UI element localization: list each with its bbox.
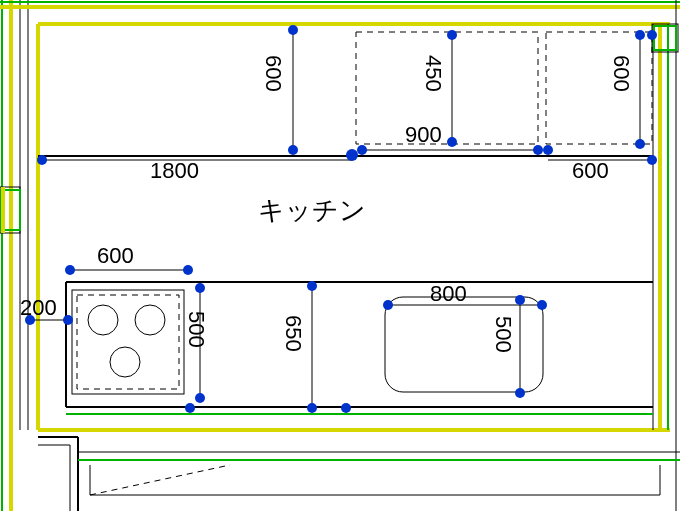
dim-hanging-unit-width: 900 xyxy=(405,122,442,148)
svg-point-70 xyxy=(383,300,393,310)
svg-point-69 xyxy=(307,403,317,413)
dim-upper-cabinet-depth: 600 xyxy=(260,55,286,92)
room-name-label: キッチン xyxy=(258,193,366,228)
svg-point-36 xyxy=(110,347,140,377)
svg-rect-32 xyxy=(72,290,184,394)
dim-counter-depth: 650 xyxy=(280,315,306,352)
svg-point-63 xyxy=(183,265,193,275)
dim-cooktop-depth: 500 xyxy=(183,311,209,348)
dim-sink-depth: 500 xyxy=(490,316,516,353)
svg-point-52 xyxy=(447,30,457,40)
svg-point-55 xyxy=(635,139,645,149)
dim-cooktop-width: 600 xyxy=(97,243,134,269)
svg-point-73 xyxy=(515,388,525,398)
svg-point-35 xyxy=(135,305,165,335)
svg-point-34 xyxy=(88,305,118,335)
svg-point-61 xyxy=(647,155,657,165)
svg-point-71 xyxy=(537,300,547,310)
svg-point-50 xyxy=(288,25,298,35)
svg-rect-37 xyxy=(385,297,543,392)
svg-point-59 xyxy=(533,145,543,155)
dim-cooktop-offset: 200 xyxy=(20,295,57,321)
svg-point-67 xyxy=(195,393,205,403)
svg-point-74 xyxy=(185,403,195,413)
svg-point-66 xyxy=(195,283,205,293)
svg-point-68 xyxy=(307,281,317,291)
svg-rect-27 xyxy=(546,32,652,144)
dim-sink-width: 800 xyxy=(430,281,467,307)
svg-point-51 xyxy=(288,145,298,155)
svg-point-65 xyxy=(63,315,73,325)
svg-point-57 xyxy=(346,149,358,161)
svg-point-62 xyxy=(65,265,75,275)
svg-rect-24 xyxy=(654,26,676,50)
svg-point-75 xyxy=(341,403,351,413)
svg-point-58 xyxy=(357,145,367,155)
svg-point-72 xyxy=(515,295,525,305)
svg-point-54 xyxy=(635,30,645,40)
dim-right-unit-width: 600 xyxy=(572,158,609,184)
svg-rect-26 xyxy=(356,32,538,144)
svg-line-19 xyxy=(90,465,230,495)
dim-upper-cabinet-width: 1800 xyxy=(150,158,199,184)
svg-point-76 xyxy=(647,30,657,40)
svg-point-53 xyxy=(447,137,457,147)
svg-point-56 xyxy=(37,155,47,165)
svg-point-60 xyxy=(543,145,553,155)
dim-right-unit-depth: 600 xyxy=(608,55,634,92)
dim-hanging-unit-depth: 450 xyxy=(420,55,446,92)
